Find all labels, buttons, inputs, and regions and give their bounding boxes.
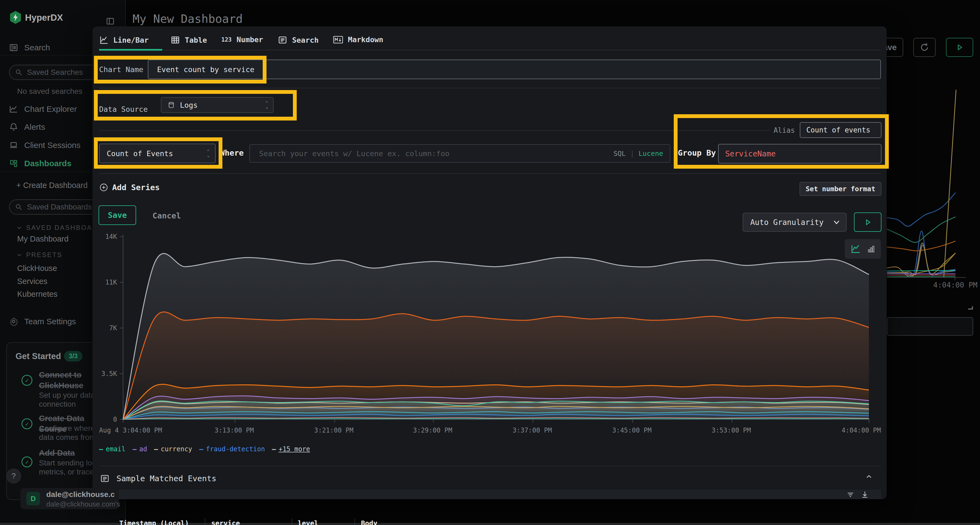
mini-chart-x-label: 4:04:00 PM (933, 281, 978, 289)
user-email: dale@clickhouse.c (46, 490, 115, 499)
legend-label: email (106, 445, 125, 453)
list-icon (100, 474, 110, 483)
user-sub: dale@clickhouse.com's (46, 500, 120, 508)
sidebar-item-services[interactable]: Services (17, 277, 48, 286)
sidebar-item-client-sessions[interactable]: Client Sessions (9, 141, 81, 150)
hyperdx-logo-icon (9, 10, 22, 24)
legend-dash: — (199, 445, 203, 453)
gear-icon (9, 317, 18, 326)
column-header[interactable]: level (298, 519, 318, 525)
x-axis-label: 3:53:00 PM (711, 427, 751, 434)
avatar: D (26, 492, 40, 505)
x-axis-label: 3:13:00 PM (215, 427, 254, 434)
play-icon (956, 43, 964, 51)
sidebar-item-dashboards[interactable]: Dashboards (9, 159, 71, 168)
highlight-alias-group-by (674, 114, 889, 169)
legend-item[interactable]: —email (99, 445, 126, 453)
help-button[interactable]: ? (6, 468, 21, 484)
get-started-title: Get Started (16, 351, 61, 361)
table-sort-icon[interactable] (861, 490, 869, 498)
x-axis-label: 3:37:00 PM (512, 427, 552, 434)
refresh-icon (919, 42, 930, 52)
refresh-button[interactable] (913, 38, 935, 57)
sidebar-item-alerts[interactable]: Alerts (9, 122, 45, 132)
sidebar-item-clickhouse[interactable]: ClickHouse (17, 264, 57, 273)
legend-label: fraud-detection (206, 445, 265, 453)
dashboard-play-button[interactable] (946, 38, 973, 57)
x-axis-label: Aug 4 3:04:00 PM (99, 427, 162, 434)
search-icon (15, 203, 22, 211)
table-header-row (99, 490, 881, 499)
y-axis-label: 11K (95, 279, 117, 286)
no-saved-searches: No saved searches (17, 87, 83, 96)
column-header[interactable]: service (211, 519, 240, 525)
sidebar-item-kubernetes[interactable]: Kubernetes (17, 290, 57, 299)
legend-dash: — (132, 445, 136, 453)
background-input[interactable] (887, 317, 973, 336)
highlight-data-source (94, 90, 297, 121)
page-title: My New Dashboard (132, 12, 243, 25)
y-axis-label: 3.5K (95, 370, 117, 377)
legend-label: +15 more (278, 445, 310, 453)
resize-handle[interactable] (968, 306, 973, 309)
get-started-badge: 3/3 (64, 351, 83, 362)
column-header[interactable]: Timestamp (Local) (119, 519, 189, 525)
sidebar-item-team-settings[interactable]: Team Settings (9, 317, 76, 326)
legend-item[interactable]: —+15 more (272, 445, 310, 453)
legend-item[interactable]: —ad (132, 445, 147, 453)
background-mini-chart (887, 190, 956, 278)
section-presets[interactable]: PRESETS (16, 251, 62, 259)
chart-explorer-icon (9, 105, 18, 114)
search-icon (15, 68, 22, 76)
x-axis-label: 4:04:00 PM (842, 427, 881, 434)
app-title: HyperDX (25, 13, 63, 23)
chevron-down-icon (16, 252, 22, 258)
legend-dash: — (272, 445, 276, 453)
user-menu[interactable]: D dale@clickhouse.c dale@clickhouse.com'… (21, 488, 119, 509)
y-axis-label: 0 (95, 416, 117, 423)
dashboards-icon (9, 159, 18, 168)
sidebar-item-chart-explorer[interactable]: Chart Explorer (9, 105, 77, 114)
highlight-aggregation (94, 137, 223, 169)
legend-label: ad (139, 445, 147, 453)
highlight-chart-name (94, 56, 267, 84)
x-axis-label: 3:29:00 PM (413, 427, 452, 434)
legend-dash: — (154, 445, 158, 453)
x-axis-label: 3:45:00 PM (612, 427, 652, 434)
legend-dash: — (99, 445, 103, 453)
sample-events-header[interactable]: Sample Matched Events (100, 474, 216, 483)
collapse-chevron-icon[interactable] (865, 473, 873, 481)
create-dashboard-button[interactable]: + Create Dashboard (16, 181, 88, 190)
y-axis-label: 14K (95, 233, 117, 241)
chevron-down-icon (16, 225, 22, 231)
sidebar-item-search[interactable]: Search (9, 43, 50, 52)
table-filter-icon[interactable] (846, 491, 854, 499)
column-header[interactable]: Body (361, 519, 377, 525)
y-axis-label: 7K (95, 324, 117, 332)
laptop-icon (9, 141, 18, 150)
sidebar-collapse-icon[interactable] (106, 17, 115, 25)
bell-icon (9, 122, 18, 132)
x-axis-label: 3:21:00 PM (314, 427, 354, 434)
legend-label: currency (161, 445, 192, 453)
sidebar-item-my-dashboard[interactable]: My Dashboard (17, 235, 68, 243)
mini-chart-axis (887, 277, 966, 278)
search-list-icon (9, 43, 18, 52)
legend-item[interactable]: —fraud-detection (199, 445, 265, 453)
legend-item[interactable]: —currency (154, 445, 192, 453)
